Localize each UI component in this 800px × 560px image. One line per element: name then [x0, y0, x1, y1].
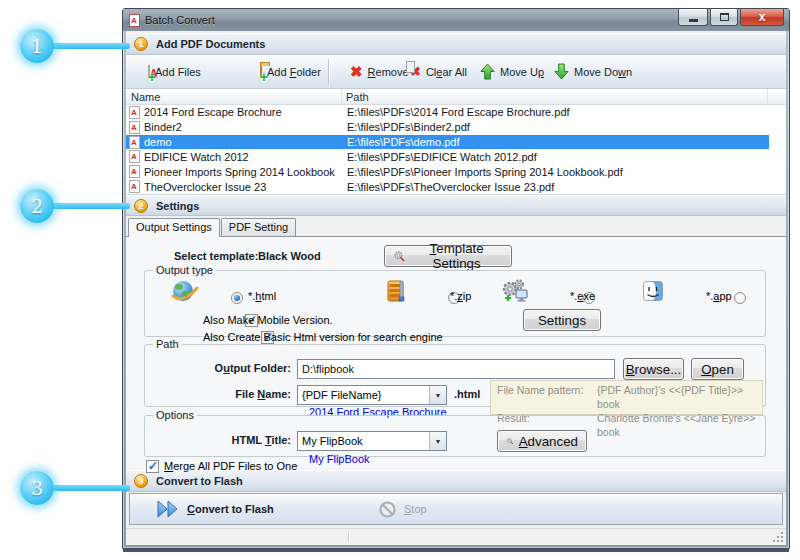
globe-icon	[171, 279, 199, 305]
table-row-selected[interactable]: demo E:\files\PDFs\demo.pdf	[126, 135, 769, 150]
pdf-file-icon	[129, 165, 140, 178]
mac-app-icon	[643, 281, 663, 301]
pdf-file-icon	[129, 136, 140, 149]
merge-all-label: Merge All PDF Files to One	[164, 460, 297, 472]
remove-icon: ✖	[350, 64, 363, 79]
add-files-button[interactable]: + Add Files	[148, 55, 201, 88]
pdf-file-list: Name Path 2014 Ford Escape Brochure E:\f…	[126, 89, 786, 195]
toolbar-separator	[328, 59, 329, 84]
output-folder-label: Output Folder:	[145, 362, 291, 374]
section-2-title: Settings	[156, 200, 199, 212]
move-up-icon	[480, 63, 495, 80]
column-header-path[interactable]: Path	[342, 89, 768, 104]
pdf-file-icon	[129, 121, 140, 134]
callout-circle-1: 1	[20, 29, 54, 63]
convert-label: Convert to Flash	[187, 503, 274, 515]
stop-button[interactable]: Stop	[378, 494, 427, 524]
radio-app-label: *.app	[706, 290, 732, 302]
file-ext-label: .html	[454, 388, 480, 400]
path-group: Path Output Folder: D:\flipbook Browse..…	[144, 338, 766, 407]
chevron-down-icon[interactable]: ▼	[429, 386, 446, 404]
browse-label: Browse...	[626, 362, 682, 377]
path-legend: Path	[153, 338, 182, 350]
clear-all-button[interactable]: ✖ Clear All	[410, 55, 467, 88]
window-title: Batch Convert	[145, 14, 215, 26]
output-folder-input[interactable]: D:\flipbook	[297, 359, 615, 379]
minimize-icon	[689, 19, 698, 22]
zip-icon	[387, 280, 407, 303]
mobile-settings-button[interactable]: Settings	[523, 309, 601, 331]
table-row[interactable]: Pioneer Imports Spring 2014 Lookbook E:\…	[126, 164, 769, 179]
callout-circle-3: 3	[20, 471, 54, 505]
maximize-button[interactable]	[710, 9, 738, 26]
status-bar	[126, 528, 786, 545]
tab-pdf-setting[interactable]: PDF Setting	[221, 218, 296, 236]
tab-output-settings[interactable]: Output Settings	[128, 218, 220, 237]
exe-gears-icon	[501, 279, 529, 305]
template-value: Black Wood	[258, 250, 321, 262]
column-header-rest	[768, 89, 786, 104]
pdf-file-icon	[129, 150, 140, 163]
column-header-name[interactable]: Name	[126, 89, 342, 104]
options-legend: Options	[153, 409, 197, 421]
select-template-label: Select template:	[174, 250, 258, 262]
add-folder-button[interactable]: + Add Folder	[260, 55, 321, 88]
pattern-value: {PDF Author}'s <<{PDF Title}>> book	[597, 383, 756, 411]
settings-tabstrip: Output Settings PDF Setting	[126, 216, 786, 236]
html-title-combo[interactable]: My FlipBook ▼	[297, 431, 447, 451]
advanced-label: Advanced	[519, 434, 578, 449]
close-button[interactable]: x	[740, 9, 784, 26]
file-toolbar: + Add Files + Add Folder ✖ Remove ✖ Clea…	[126, 55, 786, 89]
radio-html[interactable]	[231, 292, 243, 304]
table-row[interactable]: EDIFICE Watch 2012 E:\files\PDFs\EDIFICE…	[126, 149, 769, 164]
resize-grip[interactable]	[781, 540, 783, 542]
add-files-label: Add Files	[155, 66, 201, 78]
radio-app[interactable]	[734, 292, 746, 304]
move-up-button[interactable]: Move Up	[480, 55, 544, 88]
table-row[interactable]: TheOverclocker Issue 23 E:\files\PDFs\Th…	[126, 179, 769, 194]
callout-1: 1	[20, 29, 132, 63]
open-label: Open	[701, 362, 734, 377]
file-name-combo[interactable]: {PDF FileName} ▼	[297, 385, 447, 405]
convert-bar: Convert to Flash Stop	[126, 492, 786, 528]
callout-line	[48, 43, 130, 49]
app-icon	[129, 14, 140, 27]
callout-line	[48, 203, 130, 209]
section-2-badge: 2	[134, 199, 148, 213]
merge-all-checkbox[interactable]	[146, 460, 159, 473]
status-separator	[348, 532, 349, 542]
mobile-version-label: Also Make Mobile Version.	[203, 314, 333, 326]
convert-icon	[156, 499, 180, 519]
output-settings-panel: Select template: Black Wood Template Set…	[126, 236, 786, 470]
section-1-title: Add PDF Documents	[156, 38, 265, 50]
table-row[interactable]: Binder2 E:\files\PDFs\Binder2.pdf	[126, 120, 769, 135]
remove-label: Remove	[368, 66, 409, 78]
advanced-icon	[506, 434, 514, 448]
section-1-badge: 1	[134, 37, 148, 51]
section-3-badge: 3	[134, 474, 148, 488]
output-type-group: Output type *.html	[144, 264, 766, 337]
remove-button[interactable]: ✖ Remove	[350, 55, 409, 88]
move-down-button[interactable]: Move Down	[554, 55, 632, 88]
move-down-icon	[554, 63, 569, 80]
minimize-button[interactable]	[678, 9, 708, 26]
convert-to-flash-button[interactable]: Convert to Flash	[156, 494, 274, 524]
section-add-pdf-documents: 1 Add PDF Documents	[126, 33, 786, 55]
chevron-down-icon[interactable]: ▼	[429, 432, 446, 450]
advanced-button[interactable]: Advanced	[497, 430, 587, 452]
screenshot-stage: 1 2 3 Batch Convert x 1 Add PDF Document…	[0, 0, 800, 560]
titlebar[interactable]: Batch Convert x	[123, 9, 789, 31]
clear-all-label: Clear All	[426, 66, 467, 78]
callout-2: 2	[20, 189, 132, 223]
move-down-label: Move Down	[574, 66, 632, 78]
stop-label: Stop	[404, 503, 427, 515]
add-folder-label: Add Folder	[267, 66, 321, 78]
open-button[interactable]: Open	[691, 358, 744, 380]
radio-exe-label: *.exe	[570, 290, 595, 302]
table-row[interactable]: 2014 Ford Escape Brochure E:\files\PDFs\…	[126, 105, 769, 120]
file-name-label: File Name:	[145, 388, 291, 400]
add-folder-icon: +	[260, 66, 262, 78]
convert-panel: Convert to Flash Stop	[129, 493, 783, 525]
pdf-file-icon	[129, 106, 140, 119]
browse-button[interactable]: Browse...	[623, 358, 684, 380]
